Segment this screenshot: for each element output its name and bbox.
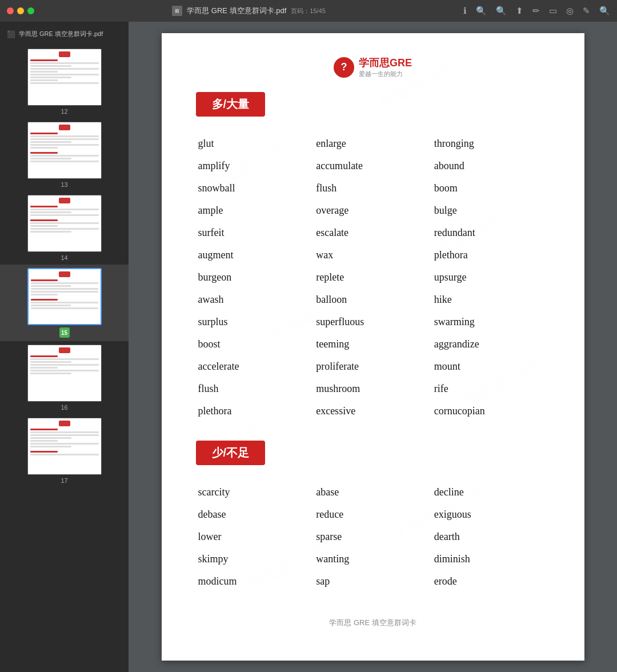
word-cell: sap bbox=[314, 570, 432, 593]
pdf-icon: ⊞ bbox=[172, 6, 182, 16]
page-content: ? 学而思GRE 爱越一生的能力 多/大量 glutenlargethrongi… bbox=[196, 56, 550, 628]
page-num-13: 13 bbox=[61, 181, 67, 188]
thumbnail-page-12[interactable]: 12 bbox=[0, 45, 129, 118]
category1-words-grid: glutenlargethrongingamplifyaccumulateabo… bbox=[196, 133, 550, 422]
window-icon[interactable]: ▭ bbox=[549, 6, 557, 16]
traffic-lights bbox=[7, 7, 34, 14]
word-cell: augment bbox=[196, 244, 314, 266]
footer-text: 学而思 GRE 填空意群词卡 bbox=[329, 618, 416, 627]
word-cell: ample bbox=[196, 199, 314, 222]
word-cell: redundant bbox=[432, 222, 550, 244]
word-cell: teeming bbox=[314, 333, 432, 355]
word-cell: rife bbox=[432, 378, 550, 400]
word-cell: skimpy bbox=[196, 548, 314, 570]
word-cell: wax bbox=[314, 244, 432, 266]
word-cell: accumulate bbox=[314, 155, 432, 177]
word-cell: scarcity bbox=[196, 481, 314, 503]
word-cell: hike bbox=[432, 289, 550, 311]
page-num-14: 14 bbox=[61, 254, 67, 261]
thumbnail-page-13[interactable]: 13 bbox=[0, 118, 129, 191]
thumbnail-img-16 bbox=[27, 345, 102, 402]
titlebar-actions: ℹ 🔍 🔍 ⬆ ✏ ▭ ◎ ✎ 🔍 bbox=[463, 6, 610, 16]
word-cell: upsurge bbox=[432, 266, 550, 289]
word-cell: decline bbox=[432, 481, 550, 503]
thumbnail-page-14[interactable]: 14 bbox=[0, 191, 129, 265]
thumbnail-page-16[interactable]: 16 bbox=[0, 341, 129, 414]
sidebar: ⬛ 学而思 GRE 填空意群词卡.pdf bbox=[0, 22, 129, 672]
word-cell: boost bbox=[196, 333, 314, 355]
close-button[interactable] bbox=[7, 7, 14, 14]
word-cell: excessive bbox=[314, 400, 432, 422]
word-cell: modicum bbox=[196, 570, 314, 593]
word-cell: replete bbox=[314, 266, 432, 289]
word-cell: superfluous bbox=[314, 311, 432, 333]
search-icon[interactable]: 🔍 bbox=[599, 6, 610, 16]
word-cell: abound bbox=[432, 155, 550, 177]
word-cell: snowball bbox=[196, 177, 314, 199]
logo-text: 学而思GRE 爱越一生的能力 bbox=[359, 56, 412, 78]
word-cell: burgeon bbox=[196, 266, 314, 289]
bookmark-icon[interactable]: ◎ bbox=[566, 6, 574, 16]
fullscreen-button[interactable] bbox=[27, 7, 34, 14]
minimize-button[interactable] bbox=[17, 7, 24, 14]
page-num-16: 16 bbox=[61, 404, 67, 411]
word-cell: accelerate bbox=[196, 355, 314, 378]
file-icon: ⬛ bbox=[7, 30, 15, 38]
thumbnail-page-17[interactable]: 17 bbox=[0, 414, 129, 487]
share-icon[interactable]: ⬆ bbox=[516, 6, 523, 16]
annotate-icon[interactable]: ✏ bbox=[532, 6, 540, 16]
edit-icon[interactable]: ✎ bbox=[583, 6, 590, 16]
document-title: 学而思 GRE 填空意群词卡.pdf bbox=[187, 6, 286, 16]
word-cell: plethora bbox=[196, 400, 314, 422]
word-cell: exiguous bbox=[432, 503, 550, 526]
word-cell: dearth bbox=[432, 526, 550, 548]
main-area: ⬛ 学而思 GRE 填空意群词卡.pdf bbox=[0, 22, 617, 672]
category1-header: 多/大量 bbox=[196, 92, 550, 133]
word-cell: balloon bbox=[314, 289, 432, 311]
word-cell: diminish bbox=[432, 548, 550, 570]
sidebar-header: ⬛ 学而思 GRE 填空意群词卡.pdf bbox=[0, 26, 129, 43]
info-icon[interactable]: ℹ bbox=[463, 6, 467, 16]
page-num-17: 17 bbox=[61, 477, 67, 484]
word-cell: surplus bbox=[196, 311, 314, 333]
word-cell: lower bbox=[196, 526, 314, 548]
zoom-out-icon[interactable]: 🔍 bbox=[476, 6, 487, 16]
pdf-footer: 学而思 GRE 填空意群词卡 bbox=[196, 611, 550, 628]
word-cell: proliferate bbox=[314, 355, 432, 378]
word-cell: wanting bbox=[314, 548, 432, 570]
thumbnail-img-12 bbox=[27, 49, 102, 106]
category2-header: 少/不足 bbox=[196, 441, 550, 481]
thumbnail-img-13 bbox=[27, 122, 102, 179]
word-cell: glut bbox=[196, 133, 314, 155]
word-cell: aggrandize bbox=[432, 333, 550, 355]
word-cell: surfeit bbox=[196, 222, 314, 244]
category1-label: 多/大量 bbox=[196, 92, 266, 117]
word-cell: abase bbox=[314, 481, 432, 503]
word-cell: swarming bbox=[432, 311, 550, 333]
logo-area: ? 学而思GRE 爱越一生的能力 bbox=[196, 56, 550, 78]
word-cell: sparse bbox=[314, 526, 432, 548]
category2-label: 少/不足 bbox=[196, 441, 266, 465]
zoom-in-icon[interactable]: 🔍 bbox=[496, 6, 507, 16]
word-cell: debase bbox=[196, 503, 314, 526]
thumbnail-page-15[interactable]: 15 bbox=[0, 265, 129, 341]
word-cell: mount bbox=[432, 355, 550, 378]
thumbnail-img-15 bbox=[27, 268, 102, 325]
word-cell: enlarge bbox=[314, 133, 432, 155]
titlebar: ⊞ 学而思 GRE 填空意群词卡.pdf 页码：15/45 ℹ 🔍 🔍 ⬆ ✏ … bbox=[0, 0, 617, 22]
word-cell: awash bbox=[196, 289, 314, 311]
word-cell: amplify bbox=[196, 155, 314, 177]
pdf-content-area[interactable]: ? 学而思GRE ? 学而思GRE ? 学而思GRE ? 学而思GRE ? 学而… bbox=[129, 22, 617, 672]
word-cell: plethora bbox=[432, 244, 550, 266]
word-cell: bulge bbox=[432, 199, 550, 222]
word-cell: overage bbox=[314, 199, 432, 222]
logo-icon: ? bbox=[334, 57, 354, 78]
active-badge: 15 bbox=[59, 327, 70, 338]
thumbnail-img-14 bbox=[27, 195, 102, 252]
word-cell: escalate bbox=[314, 222, 432, 244]
word-cell: cornucopian bbox=[432, 400, 550, 422]
category2-words-grid: scarcityabasedeclinedebasereduceexiguous… bbox=[196, 481, 550, 593]
titlebar-center: ⊞ 学而思 GRE 填空意群词卡.pdf 页码：15/45 bbox=[39, 6, 459, 16]
logo-sub-text: 爱越一生的能力 bbox=[359, 70, 412, 78]
thumbnail-img-17 bbox=[27, 418, 102, 475]
